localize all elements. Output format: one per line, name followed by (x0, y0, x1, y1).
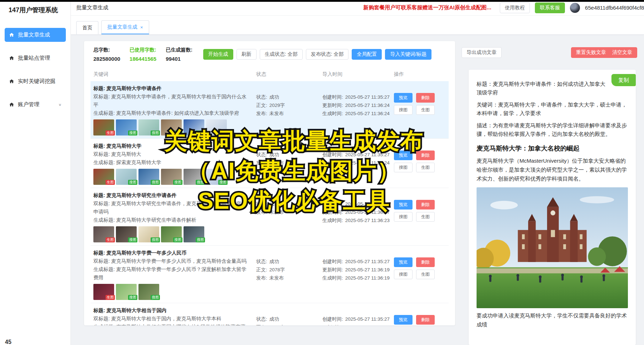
article-image-thumbnail[interactable]: 搜图 (138, 226, 159, 242)
info-line: 生成时间:2025-05-27 11:36:19 (322, 274, 394, 282)
tutorial-button[interactable]: 使用教程 (500, 3, 530, 13)
preview-button[interactable]: 预览 (394, 200, 413, 210)
row-time-cell: 创建时间:2025-05-27 11:35:27生成时间:2025-05-27 … (322, 142, 394, 185)
info-line: 创建时间:2025-05-27 11:35:27 (322, 315, 394, 323)
preview-button[interactable]: 预览 (394, 151, 413, 160)
table-row[interactable]: 标题: 麦克马斯特大学申请条件双标题: 麦克马斯特大学申请条件，麦克马斯特大学相… (91, 81, 449, 139)
info-line: 发布:未发布 (256, 159, 322, 167)
info-value: 成功 (269, 152, 279, 157)
info-value: 2025-05-27 11:36:19 (345, 267, 390, 272)
article-image-thumbnail[interactable]: 搜图 (138, 169, 159, 185)
article-image-thumbnail[interactable]: 生图 (93, 226, 114, 242)
stat-value: 282580000 (93, 56, 120, 62)
info-line: 更新时间:2025-05-27 11:36:27 (322, 208, 394, 216)
info-line: 发布:未发布 (256, 109, 322, 118)
info-value: 2025-05-27 11:36:27 (345, 210, 390, 215)
table-row[interactable]: 标题: 麦克马斯特大学相当于国内双标题: 麦克马斯特大学相当于国内，麦克马斯特大… (91, 303, 449, 325)
row-status-cell: 状态:成功正文:2078字发布:未发布 (256, 249, 322, 300)
table-row[interactable]: 标题: 麦克马斯特大学研究生申请条件双标题: 麦克马斯特大学研究生申请条件，麦克… (91, 188, 449, 246)
promo-notice[interactable]: 新购套餐用户可联系客服赠送一万张AI原创生成配图... (364, 4, 492, 11)
info-line: 正文:2029字 (256, 101, 322, 109)
info-label: 生成时间: (322, 275, 343, 281)
delete-button[interactable]: 删除 (416, 93, 435, 103)
stat-3: 已生成篇数:99401 (166, 47, 192, 62)
info-label: 创建时间: (322, 94, 343, 100)
table-row[interactable]: 标题: 麦克马斯特大学双标题: 麦克马斯特大生成标题: 探索麦克马斯特大学生图搜… (91, 139, 449, 188)
generate-status-filter[interactable]: 生成状态: 全部 (260, 49, 303, 60)
delete-button[interactable]: 删除 (416, 200, 435, 210)
info-line: 状态:成功 (256, 315, 322, 323)
avatar[interactable] (570, 3, 580, 13)
generate-image-button[interactable]: 生图 (416, 105, 435, 115)
tab-home[interactable]: 首页 (76, 21, 98, 34)
tab-batch-article[interactable]: 批量文章生成 × (101, 20, 149, 34)
article-image-thumbnail[interactable]: 搜图 (116, 169, 137, 185)
generate-image-button[interactable]: 生图 (416, 163, 435, 172)
article-image-thumbnail[interactable]: 搜图 (161, 119, 182, 135)
sidebar-item-3[interactable]: 实时关键词挖掘 (5, 74, 66, 88)
row-status-cell: 状态:成功正文:1957字 (256, 306, 322, 325)
import-keywords-button[interactable]: 导入关键词/标题 (385, 49, 431, 60)
reset-failed-button[interactable]: 重置失败文章 (571, 47, 611, 58)
info-label: 状态: (256, 316, 267, 322)
copy-button[interactable]: 复制 (611, 74, 636, 86)
start-generate-button[interactable]: 开始生成 (203, 49, 233, 60)
info-value: 2029字 (269, 103, 285, 108)
sidebar-item-4[interactable]: 账户管理∨ (5, 98, 66, 112)
row-keyword-cell: 标题: 麦克马斯特大学双标题: 麦克马斯特大生成标题: 探索麦克马斯特大学生图搜… (93, 142, 256, 185)
info-value: 2025-05-27 11:35:27 (345, 94, 390, 100)
search-image-button[interactable]: 搜图 (394, 270, 413, 279)
generate-image-button[interactable]: 生图 (416, 270, 435, 279)
article-image-thumbnail[interactable]: 搜图 (161, 226, 182, 242)
delete-button[interactable]: 删除 (416, 315, 435, 325)
preview-title: 标题：麦克马斯特大学申请条件：如何成功进入加拿大顶级学府 (477, 80, 628, 97)
row-time-cell: 创建时间:2025-05-27 11:35:27更新时间:2025-05-27 … (322, 84, 394, 135)
thumbnail-badge: 搜图 (151, 295, 160, 300)
navbar-right: 新购套餐用户可联系客服赠送一万张AI原创生成配图... 使用教程 联系客服 65… (364, 3, 644, 13)
info-line: 状态:成功 (256, 151, 322, 159)
article-image-thumbnail[interactable]: 搜图 (138, 284, 159, 300)
article-image-thumbnail[interactable]: 搜图 (184, 226, 204, 242)
sidebar-item-1[interactable]: 批量文章生成 (5, 28, 66, 42)
row-actions-cell: 预览删除搜图生图 (394, 191, 446, 242)
article-image-thumbnail[interactable]: 搜图 (116, 226, 137, 242)
table-row[interactable]: 标题: 麦克马斯特大学学费一年多少人民币双标题: 麦克马斯特大学学费一年多少人民… (91, 246, 449, 303)
col-header-status: 状态 (256, 71, 322, 78)
article-image-thumbnail[interactable]: 生图 (93, 119, 114, 135)
search-image-button[interactable]: 搜图 (394, 212, 413, 222)
article-image-thumbnail[interactable]: 生图 (93, 169, 114, 185)
preview-button[interactable]: 预览 (394, 93, 413, 103)
refresh-button[interactable]: 刷新 (236, 49, 257, 60)
delete-button[interactable]: 删除 (416, 151, 435, 160)
tab-close-icon[interactable]: × (140, 25, 143, 30)
publish-status-filter[interactable]: 发布状态: 全部 (306, 49, 349, 60)
info-line: 生成时间:2025-05-27 11:36:24 (322, 159, 394, 167)
article-image-thumbnail[interactable]: 搜图 (116, 284, 137, 300)
table-body: 标题: 麦克马斯特大学申请条件双标题: 麦克马斯特大学申请条件，麦克马斯特大学相… (93, 81, 446, 325)
export-success-button[interactable]: 导出成功文章 (462, 47, 502, 58)
delete-button[interactable]: 删除 (416, 257, 435, 267)
article-image-thumbnail[interactable]: 搜图 (184, 169, 204, 185)
article-image-thumbnail[interactable]: 生图 (93, 284, 114, 300)
article-image-thumbnail[interactable]: 搜图 (138, 119, 159, 135)
preview-button[interactable]: 预览 (394, 315, 413, 325)
info-line: 创建时间:2025-05-27 11:35:27 (322, 200, 394, 208)
action-row-2: 搜图生图 (394, 212, 446, 222)
global-config-button[interactable]: 全局配置 (352, 49, 382, 60)
info-value: 2025-05-27 11:35:27 (345, 152, 390, 157)
article-image-thumbnail[interactable]: 搜图 (184, 119, 204, 135)
article-image-thumbnail[interactable]: 搜图 (206, 119, 227, 135)
preview-keywords: 关键词：麦克马斯特大学，申请条件，加拿大大学，硕士申请，本科申请，留学，入学要求 (477, 100, 628, 118)
clear-articles-button[interactable]: 清空文章 (607, 47, 637, 58)
article-image-thumbnail[interactable]: 搜图 (206, 169, 227, 185)
preview-button[interactable]: 预览 (394, 257, 413, 267)
generate-image-button[interactable]: 生图 (416, 212, 435, 222)
search-image-button[interactable]: 搜图 (394, 163, 413, 172)
sidebar-item-2[interactable]: 批量站点管理 (5, 51, 66, 65)
search-image-button[interactable]: 搜图 (394, 105, 413, 115)
action-row-1: 预览删除 (394, 93, 446, 103)
contact-support-button[interactable]: 联系客服 (535, 3, 565, 13)
page-title: 批量文章生成 (76, 4, 108, 11)
article-image-thumbnail[interactable]: 搜图 (161, 169, 182, 185)
article-image-thumbnail[interactable]: 搜图 (116, 119, 137, 135)
